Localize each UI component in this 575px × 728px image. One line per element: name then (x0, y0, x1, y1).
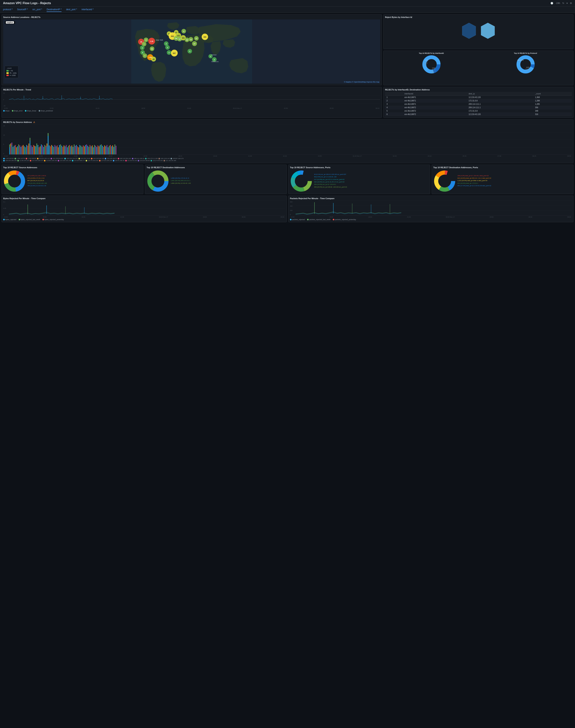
donut-row: Top 10 REJECTs by interfaceID 1,020 (20.… (385, 52, 572, 74)
filter-tab-interfaceid[interactable]: interfaceid * (81, 7, 93, 12)
reject-bytes-title: Reject Bytes by Interface Id (385, 16, 572, 18)
srcport-label-3: 217 (12.0%) src_ip=172.3 1.10.8 src_port… (314, 179, 429, 181)
legend-item-7: 103.253.73.82 (78, 158, 90, 159)
x-label-7: 02:50 (284, 107, 288, 109)
svg-rect-186 (102, 146, 103, 154)
dot-bytes (3, 219, 5, 220)
srcport-label-4: 302 (16.6%) src_ip=41.31.25.1 0 src_port… (314, 181, 429, 183)
y-min: -20 (3, 105, 8, 107)
filter-icon[interactable]: ⚙ (570, 2, 572, 4)
top10-dest-labels: 1,636 (33.0%) 172.31.10. 8 1,641 (33.1%)… (171, 177, 285, 185)
legend-drops-linear: drops_linear (25, 110, 36, 112)
py-200: 200 (290, 210, 295, 211)
dot-13 (159, 158, 160, 159)
y-5: 5 (3, 144, 8, 145)
legend-item-mid: 75 - 1151 (6, 72, 16, 74)
hex-light (480, 22, 496, 39)
lbl-6: 103.233.194.231 (66, 158, 78, 159)
table-row: 4 eni-4b118872 209.114.111.1 356 (385, 106, 572, 109)
improve-map-link[interactable]: Improve this map (366, 81, 379, 83)
time-range[interactable]: -24h (555, 2, 560, 4)
svg-rect-169 (83, 146, 83, 154)
top10-source-panel: Top 10 REJECT Source Addresses (1, 165, 143, 194)
svg-rect-180 (95, 146, 96, 154)
svg-rect-173 (87, 146, 88, 154)
svg-point-205 (9, 176, 20, 187)
legend-label-drops: drops (5, 110, 10, 112)
col-interfaceid[interactable]: interfaceid (403, 92, 467, 96)
top10-destport-panel: Top 10 REJECT Destination Addresses, Por… (432, 165, 574, 194)
svg-text:eni-4b11: eni-4b11 (423, 63, 428, 64)
packets-rejected-panel: Packets Rejected Per Minute - Time Compa… (288, 196, 574, 222)
packets-legend: packets_rejected packets_rejected_last_w… (290, 219, 572, 221)
legend-item-19: 114.204.101.148 (58, 160, 71, 161)
bx-5: 00:00 Nov 17 (159, 216, 168, 218)
bx-1: 12:00 (4, 216, 8, 218)
svg-text:1: 1 (210, 56, 211, 57)
col-count[interactable]: _count (534, 92, 572, 96)
dest-label-2: 1,641 (33.1%) 209.114.111.1 (171, 180, 285, 182)
top10-destport-labels: 209 (4.2%) dest_ip=12 .219.43.1 dest_por… (458, 175, 572, 188)
legend-bytes-yd: bytes_rejected_yesterday (42, 219, 64, 221)
filter-tab-sourceip[interactable]: SourceIP * (17, 7, 28, 12)
table-row: 1 eni-4b118871 12.219.43.133 1,368 (385, 96, 572, 99)
bytes-y-axis: 0.1 0.05 0 (3, 201, 8, 216)
svg-rect-105 (14, 146, 14, 154)
lbl-bytes: bytes_rejected (5, 219, 16, 221)
dot-bytes-yd (42, 219, 44, 220)
lbl-12: 108.175.11.189 (147, 158, 158, 159)
map-right-panels: Reject Bytes by Interface Id (383, 14, 574, 85)
x-label-4: 18:50 (141, 107, 145, 109)
bx-6: 03:00 (203, 216, 207, 218)
filter-tab-protocol[interactable]: protocol * (3, 7, 13, 12)
lbl-14: 109187.183.173 (173, 158, 183, 159)
donut-protocol: Top 10 REJECTs by Protocol 339 (6.8%) UD… (479, 52, 572, 74)
filter-tab-destport[interactable]: dest_port * (66, 7, 77, 12)
svg-rect-191 (108, 147, 108, 154)
lbl-bytes-yd: bytes_rejected_yesterday (44, 219, 64, 221)
legend-item-4: 101101.201.111 (37, 158, 50, 159)
cell-interfaceid-6: eni-4b118872 (403, 113, 467, 116)
svg-text:3: 3 (142, 47, 143, 49)
svg-rect-187 (103, 147, 104, 154)
x-01-20: 01:20 Nov 17 (353, 155, 362, 157)
x-label-1: 10:50 (4, 107, 8, 109)
svg-rect-171 (85, 145, 86, 154)
svg-rect-192 (109, 146, 110, 154)
top10-destport-title: Top 10 REJECT Destination Addresses, Por… (433, 166, 572, 168)
legend-item-25: 121124.180.83 (138, 160, 150, 161)
px-3: 18:00 (368, 216, 372, 218)
lbl-25: 121124.180.83 (140, 160, 150, 161)
svg-text:27: 27 (194, 43, 196, 45)
svg-rect-144 (55, 145, 55, 154)
dot-12 (145, 158, 146, 159)
lbl-5: 101.215144.207 (53, 158, 64, 159)
reject-bytes-panel: Reject Bytes by Interface Id (383, 14, 574, 49)
map-legend: _count < 75 75 - 1151 >= 1152 (5, 66, 18, 78)
svg-text:eni-4b11: eni-4b11 (431, 71, 436, 72)
svg-rect-193 (110, 145, 111, 154)
cell-count-4: 356 (534, 106, 572, 109)
filter-tab-destip[interactable]: DestinationIP * (46, 7, 62, 12)
cell-count-6: 316 (534, 113, 572, 116)
px-2: 15:00 (329, 216, 333, 218)
filter-tab-srcport[interactable]: src_port * (32, 7, 42, 12)
col-destip[interactable]: dest_ip (467, 92, 534, 96)
dot-23 (113, 160, 114, 161)
legend-item-22: 117123.105.136 (99, 160, 112, 161)
legend-label-drops-error: drops_error (14, 110, 23, 112)
svg-text:8872: 8872 (424, 64, 427, 65)
px-7: 06:00 (529, 216, 532, 218)
svg-rect-132 (43, 147, 44, 154)
svg-text:503: 503 (171, 35, 174, 37)
svg-point-209 (152, 176, 164, 187)
packets-x-axis: 12:00 15:00 18:00 21:00 00:00 Nov 17 03:… (290, 216, 572, 218)
chevron-down-icon[interactable]: ▾ (567, 2, 568, 4)
packets-rejected-title: Packets Rejected Per Minute - Time Compa… (290, 197, 572, 199)
dot-5 (50, 158, 52, 159)
svg-rect-156 (68, 146, 69, 154)
svg-rect-153 (65, 146, 65, 154)
svg-rect-182 (98, 146, 98, 154)
interface-dest-table: interfaceid dest_ip _count 1 eni-4b11887… (385, 92, 572, 116)
refresh-icon[interactable]: ↻ (562, 2, 564, 4)
